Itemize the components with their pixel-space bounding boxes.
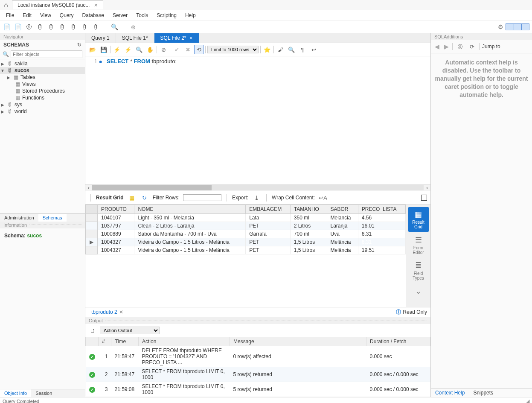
filter-rows-input[interactable] xyxy=(183,194,221,201)
find-icon[interactable]: 🔍 xyxy=(287,45,296,54)
tab-administration[interactable]: Administration xyxy=(0,214,38,222)
layout-toggle[interactable] xyxy=(506,23,529,30)
menu-server[interactable]: Server xyxy=(109,12,131,19)
wrap-icon[interactable]: ↩ xyxy=(309,45,318,54)
menu-query[interactable]: Query xyxy=(56,12,77,19)
dashboard-icon[interactable]: ⎋ xyxy=(129,23,137,31)
explain-icon[interactable]: 🔍 xyxy=(134,45,144,54)
clear-output-icon[interactable]: 🗋 xyxy=(88,326,97,335)
inspector-icon[interactable]: 🛈 xyxy=(25,23,33,31)
col-nome[interactable]: NOME xyxy=(134,205,246,214)
row-marker[interactable] xyxy=(86,230,98,238)
col-embalagem[interactable]: EMBALAGEM xyxy=(246,205,291,214)
tree-tables[interactable]: Tables xyxy=(20,74,35,80)
col-message[interactable]: Message xyxy=(230,337,366,346)
save-icon[interactable]: 💾 xyxy=(99,45,108,54)
gear-icon[interactable]: ⚙ xyxy=(496,23,505,31)
sql-editor[interactable]: 1● SELECT * FROM tbproduto; xyxy=(85,56,430,184)
toggle-panel-icon[interactable] xyxy=(421,195,427,201)
cell-nome[interactable]: Videira do Campo - 1,5 Litros - Melância xyxy=(134,238,246,246)
tab-object-info[interactable]: Object Info xyxy=(0,389,31,397)
menu-tools[interactable]: Tools xyxy=(133,12,151,19)
cell-produto[interactable]: 1000889 xyxy=(98,230,134,238)
execute-icon[interactable]: ⚡ xyxy=(112,45,122,54)
cell-produto[interactable]: 1037797 xyxy=(98,222,134,230)
cell-nome[interactable]: Videira do Campo - 1,5 Litros - Melância xyxy=(134,246,246,254)
menu-file[interactable]: File xyxy=(3,12,17,19)
open-file-icon[interactable]: 📂 xyxy=(88,45,97,54)
table-row[interactable]: 1004327Videira do Campo - 1,5 Litros - M… xyxy=(86,246,406,254)
new-sql-tab-icon[interactable]: 📄 xyxy=(3,23,11,31)
cell-preco[interactable]: 16.01 xyxy=(358,222,405,230)
auto-help-icon[interactable]: ⟳ xyxy=(467,42,477,51)
cell-tamanho[interactable]: 350 ml xyxy=(290,214,327,222)
table-row[interactable]: ▶1004327Videira do Campo - 1,5 Litros - … xyxy=(86,238,406,246)
tab-session[interactable]: Session xyxy=(31,389,56,397)
help-icon[interactable]: 🛈 xyxy=(455,42,465,51)
col-time[interactable]: Time xyxy=(111,337,139,346)
output-row[interactable]: ✔221:58:47SELECT * FROM tbproduto LIMIT … xyxy=(86,367,430,382)
db-icon[interactable]: 🛢 xyxy=(36,23,44,31)
col-action[interactable]: Action xyxy=(139,337,230,346)
cell-tamanho[interactable]: 1,5 Litros xyxy=(290,238,327,246)
tab-query1[interactable]: Query 1 xyxy=(85,33,116,43)
output-type-select[interactable]: Action Output xyxy=(100,327,160,334)
close-icon[interactable]: ✕ xyxy=(94,3,98,8)
col-num[interactable]: # xyxy=(99,337,111,346)
tree-views[interactable]: Views xyxy=(22,81,36,87)
cell-nome[interactable]: Sabor da Montanha - 700 ml - Uva xyxy=(134,230,246,238)
menu-edit[interactable]: Edit xyxy=(19,12,35,19)
forward-icon[interactable]: ▶ xyxy=(443,43,450,50)
close-icon[interactable]: ✕ xyxy=(189,35,193,41)
tree-sys[interactable]: sys xyxy=(15,102,22,108)
editor-hscroll[interactable]: ‹ › xyxy=(85,184,430,191)
cell-sabor[interactable]: Melancia xyxy=(327,214,358,222)
breakpoint-icon[interactable]: ● xyxy=(99,58,102,65)
cell-tamanho[interactable]: 1,5 Litros xyxy=(290,246,327,254)
col-tamanho[interactable]: TAMANHO xyxy=(290,205,327,214)
open-sql-icon[interactable]: 📄 xyxy=(14,23,22,31)
tree-world[interactable]: world xyxy=(15,108,27,114)
row-marker[interactable] xyxy=(86,246,98,254)
col-duration[interactable]: Duration / Fetch xyxy=(366,337,430,346)
table-row[interactable]: 1037797Clean - 2 Litros - LaranjaPET2 Li… xyxy=(86,222,406,230)
commit-icon[interactable]: ✔ xyxy=(172,45,181,54)
db-icon-6[interactable]: 🛢 xyxy=(91,23,100,31)
stop-icon[interactable]: ✋ xyxy=(145,45,155,54)
col-preco[interactable]: PRECO_LISTA xyxy=(358,205,405,214)
tree-sprocs[interactable]: Stored Procedures xyxy=(22,88,65,94)
wrap-cell-icon[interactable]: ↩A xyxy=(318,193,328,202)
beautify-icon[interactable]: 🖌 xyxy=(276,45,285,54)
cell-tamanho[interactable]: 2 Litros xyxy=(290,222,327,230)
jump-to-label[interactable]: Jump to xyxy=(482,44,500,50)
refresh-icon[interactable]: ↻ xyxy=(140,193,149,202)
cell-nome[interactable]: Light - 350 ml - Melancia xyxy=(134,214,246,222)
home-icon[interactable]: ⌂ xyxy=(0,1,12,9)
menu-view[interactable]: View xyxy=(37,12,55,19)
cell-preco[interactable]: 19.51 xyxy=(358,246,405,254)
cell-preco[interactable]: 4.56 xyxy=(358,214,405,222)
side-more[interactable]: ⌄ xyxy=(408,284,429,299)
tree-sakila[interactable]: sakila xyxy=(15,61,28,67)
cell-embalagem[interactable]: PET xyxy=(246,246,291,254)
row-marker[interactable]: ▶ xyxy=(86,238,98,246)
output-row[interactable]: ✔121:58:47DELETE FROM tbproduto WHERE PR… xyxy=(86,346,430,367)
cancel-icon[interactable]: ⊘ xyxy=(159,45,168,54)
tab-snippets[interactable]: Snippets xyxy=(469,388,497,397)
rollback-icon[interactable]: ✖ xyxy=(183,45,192,54)
result-grid[interactable]: PRODUTO NOME EMBALAGEM TAMANHO SABOR PRE… xyxy=(85,204,406,307)
scroll-thumb[interactable] xyxy=(92,185,212,190)
resize-grip-icon[interactable]: ◢ xyxy=(526,398,529,403)
autocommit-icon[interactable]: ⟲ xyxy=(194,45,203,54)
cell-embalagem[interactable]: PET xyxy=(246,238,291,246)
cell-sabor[interactable]: Laranja xyxy=(327,222,358,230)
result-tab[interactable]: tbproduto 2 ✕ xyxy=(89,308,126,316)
cell-produto[interactable]: 1004327 xyxy=(98,238,134,246)
tab-sqlfile2[interactable]: SQL File 2* ✕ xyxy=(154,33,199,43)
scroll-right-icon[interactable]: › xyxy=(424,185,430,191)
tree-sucos[interactable]: sucos xyxy=(15,67,29,73)
cell-embalagem[interactable]: Garrafa xyxy=(246,230,291,238)
connection-tab[interactable]: Local instance MySQL80 (suc... ✕ xyxy=(12,0,103,9)
cell-embalagem[interactable]: Lata xyxy=(246,214,291,222)
refresh-icon[interactable]: ↻ xyxy=(77,42,81,48)
